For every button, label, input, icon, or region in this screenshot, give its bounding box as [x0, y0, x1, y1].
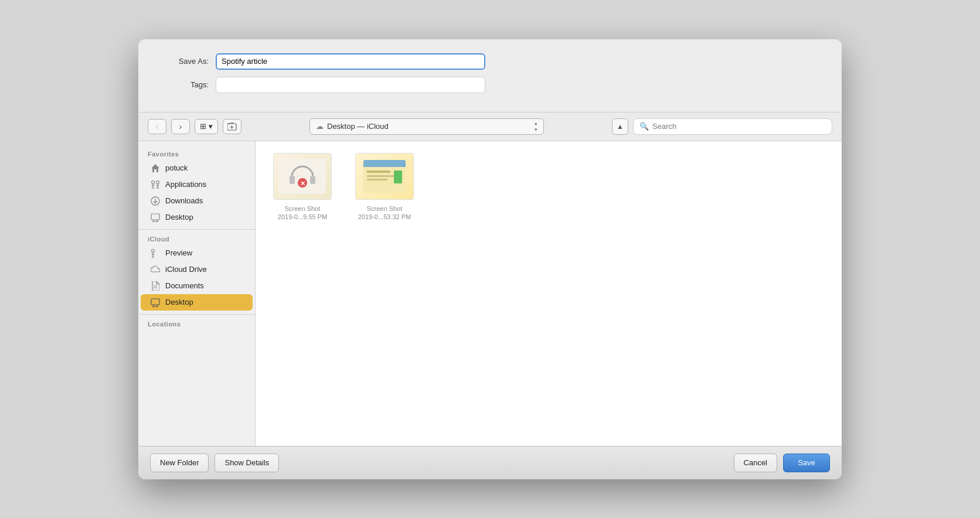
sidebar-item-label: potuck — [165, 163, 188, 172]
new-folder-toolbar-button[interactable] — [223, 119, 241, 134]
sidebar-item-label: iCloud Drive — [165, 265, 207, 274]
search-input[interactable] — [652, 122, 826, 131]
new-folder-icon — [227, 122, 237, 131]
file-item[interactable]: Screen Shot 2019-0...53.32 PM — [349, 153, 420, 221]
file-grid: ✕ Screen Shot 2019-0...9.55 PM — [267, 153, 830, 221]
sidebar-item-downloads[interactable]: Downloads — [141, 193, 253, 209]
collapse-toggle-button[interactable]: ▲ — [612, 118, 628, 135]
cancel-button[interactable]: Cancel — [734, 454, 777, 472]
sidebar-item-potuck[interactable]: potuck — [141, 160, 253, 176]
tags-label: Tags: — [162, 80, 209, 89]
favorites-section-label: Favorites — [138, 148, 255, 160]
applications-icon — [150, 179, 161, 190]
view-grid-icon: ⊞ — [200, 122, 206, 131]
file-name-1: Screen Shot 2019-0...9.55 PM — [278, 205, 327, 221]
desktop-active-icon — [150, 297, 161, 308]
sidebar-item-label: Preview — [165, 248, 192, 257]
file-thumbnail-1: ✕ — [273, 153, 332, 200]
file-thumbnail-2 — [355, 153, 414, 200]
sidebar-divider-2 — [138, 314, 255, 315]
svg-text:✕: ✕ — [300, 180, 305, 187]
file-item[interactable]: ✕ Screen Shot 2019-0...9.55 PM — [267, 153, 338, 221]
tags-input[interactable] — [216, 77, 485, 93]
sidebar-item-desktop-fav[interactable]: Desktop — [141, 209, 253, 226]
sidebar-item-documents[interactable]: Documents — [141, 278, 253, 294]
search-icon: 🔍 — [639, 122, 649, 131]
sidebar-item-label: Desktop — [165, 213, 193, 221]
window-thumbnail-svg — [361, 158, 408, 195]
home-icon — [150, 163, 161, 173]
search-box[interactable]: 🔍 — [633, 118, 832, 135]
sidebar-item-label: Downloads — [165, 196, 203, 205]
svg-line-12 — [158, 187, 159, 189]
collapse-icon: ▲ — [617, 122, 624, 131]
sidebar-item-label: Applications — [165, 180, 206, 189]
new-folder-button[interactable]: New Folder — [150, 454, 209, 472]
downloads-icon — [150, 196, 161, 206]
save-as-row: Save As: — [162, 53, 818, 70]
tags-row: Tags: — [162, 77, 818, 93]
view-chevron-icon: ▾ — [209, 122, 213, 131]
location-arrows: ▴ ▾ — [535, 120, 537, 132]
svg-rect-15 — [151, 214, 159, 220]
sidebar: Favorites potuck — [138, 141, 256, 446]
location-selector[interactable]: ☁ Desktop — iCloud ▴ ▾ — [309, 118, 544, 135]
cloud-icon: ☁ — [316, 122, 324, 131]
spotify-thumbnail: ✕ — [279, 159, 326, 194]
save-as-label: Save As: — [162, 57, 209, 66]
svg-line-7 — [153, 187, 154, 189]
icloud-section-label: iCloud — [138, 233, 255, 245]
svg-rect-30 — [290, 176, 295, 184]
sidebar-item-applications[interactable]: Applications — [141, 176, 253, 193]
back-button[interactable]: ‹ — [148, 119, 166, 134]
save-as-input[interactable] — [216, 53, 485, 70]
show-details-button[interactable]: Show Details — [215, 454, 279, 472]
icloud-icon — [150, 264, 161, 275]
forward-icon: › — [179, 122, 182, 131]
documents-icon — [150, 281, 161, 291]
svg-rect-38 — [367, 175, 396, 177]
sidebar-item-preview[interactable]: Preview — [141, 245, 253, 261]
dialog-header: Save As: Tags: — [138, 39, 842, 113]
back-icon: ‹ — [156, 122, 159, 131]
sidebar-item-icloud-drive[interactable]: iCloud Drive — [141, 261, 253, 278]
locations-section-label: Locations — [138, 318, 255, 330]
file-name-2: Screen Shot 2019-0...53.32 PM — [358, 205, 411, 221]
headphones-svg: ✕ — [287, 164, 318, 189]
sidebar-item-label: Documents — [165, 281, 204, 290]
sidebar-divider — [138, 229, 255, 230]
toolbar: ‹ › ⊞ ▾ ☁ Desktop — iCloud — [138, 113, 842, 141]
save-button[interactable]: Save — [783, 454, 830, 472]
svg-rect-39 — [367, 179, 387, 180]
svg-rect-37 — [367, 171, 390, 173]
svg-rect-31 — [310, 176, 315, 184]
save-dialog: Save As: Tags: ‹ › ⊞ ▾ — [138, 39, 842, 479]
dialog-footer: New Folder Show Details Cancel Save — [138, 446, 842, 479]
main-content: Favorites potuck — [138, 141, 842, 446]
svg-rect-26 — [151, 299, 159, 305]
svg-rect-36 — [363, 163, 406, 167]
preview-icon — [150, 248, 161, 258]
forward-button[interactable]: › — [171, 119, 190, 134]
desktop-icon — [150, 212, 161, 223]
file-area: ✕ Screen Shot 2019-0...9.55 PM — [256, 141, 842, 446]
sidebar-item-label: Desktop — [165, 298, 193, 306]
svg-point-8 — [156, 180, 159, 183]
svg-point-19 — [152, 249, 155, 252]
svg-point-3 — [152, 180, 155, 183]
svg-line-23 — [153, 256, 154, 258]
svg-rect-40 — [394, 171, 402, 183]
location-text: Desktop — iCloud — [327, 122, 389, 131]
sidebar-item-desktop-active[interactable]: Desktop — [141, 294, 253, 311]
view-button[interactable]: ⊞ ▾ — [195, 119, 218, 134]
